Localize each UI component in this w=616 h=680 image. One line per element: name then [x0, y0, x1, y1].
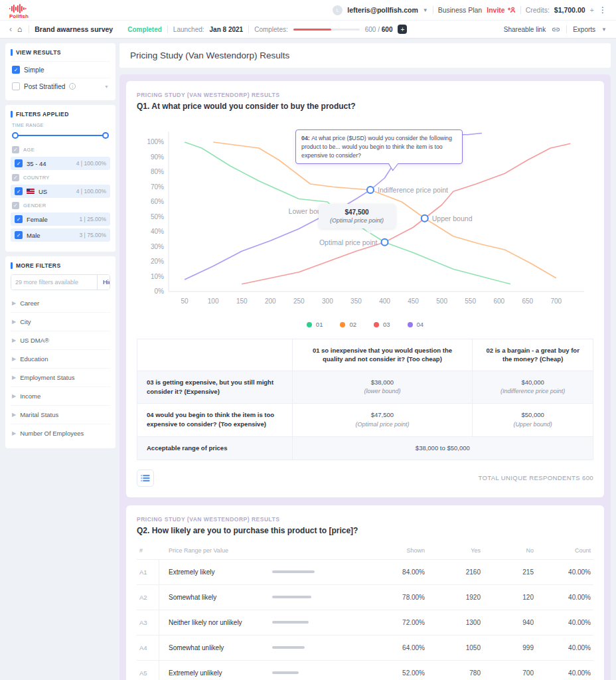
- q1-span-value: $38,000 to $50,000: [292, 436, 593, 460]
- chevron-right-icon: ▶: [12, 412, 16, 418]
- pollfish-logo[interactable]: Pollfish: [9, 1, 32, 19]
- y-tick-label: 30%: [151, 243, 164, 250]
- app-root: Pollfish L lefteris@pollfish.com ▼ Busin…: [0, 0, 616, 680]
- q2-table-row[interactable]: A4Somewhat unlikely64.00%105099940.00%: [137, 636, 593, 661]
- filter-row[interactable]: ✓US4 | 100.00%: [11, 185, 110, 198]
- more-filter-item[interactable]: ▶Number Of Employees: [11, 424, 110, 442]
- more-filter-item[interactable]: ▶Employment Status: [11, 369, 110, 387]
- account-chevron-down-icon[interactable]: ▼: [423, 7, 428, 13]
- chevron-down-icon[interactable]: ▼: [104, 84, 109, 89]
- q2-row-id: A2: [137, 585, 159, 610]
- x-tick-label: 100: [208, 298, 219, 305]
- more-filters-header: MORE FILTERS: [11, 262, 110, 269]
- q2-table-row[interactable]: A1Extremely likely84.00%216021540.00%: [137, 560, 593, 585]
- legend-label: 01: [316, 321, 323, 328]
- q2-row-label: Neither likely nor unlikely: [159, 619, 272, 626]
- x-tick-label: 450: [408, 298, 419, 305]
- q2-count: 40.00%: [536, 669, 593, 677]
- y-tick-label: 20%: [151, 258, 164, 265]
- slider-handle-left[interactable]: [12, 132, 19, 139]
- marker-optimal-price-point: [382, 239, 388, 246]
- filters-applied-card: FILTERS APPLIED TIME RANGE ✓AGE✓35 - 444…: [5, 105, 116, 252]
- account-email[interactable]: lefteris@pollfish.com: [347, 6, 418, 14]
- shareable-link-button[interactable]: Shareable link: [504, 26, 546, 33]
- q2-no: 215: [483, 568, 536, 576]
- avatar[interactable]: L: [333, 5, 343, 15]
- x-tick-label: 650: [522, 298, 533, 305]
- q2-table-row[interactable]: A3Neither likely nor unlikely72.00%13009…: [137, 610, 593, 636]
- filter-row[interactable]: ✓Female1 | 25.00%: [11, 212, 110, 226]
- chevron-right-icon: ▶: [12, 393, 16, 399]
- info-icon: i: [69, 83, 76, 90]
- filter-group-label: COUNTRY: [23, 175, 50, 181]
- q2-count: 40.00%: [536, 594, 593, 601]
- filter-row[interactable]: ✓35 - 444 | 100.00%: [11, 157, 110, 170]
- filter-group-header: ✓COUNTRY: [12, 174, 109, 181]
- chevron-right-icon: ▶: [12, 356, 16, 362]
- kebab-menu-icon[interactable]: ⋮: [599, 5, 607, 15]
- q1-cell-value: $38,000(lower bound): [292, 371, 473, 404]
- van-westendorp-chart: 0%10%20%30%40%50%60%70%80%90%100%5010015…: [137, 120, 593, 314]
- checkbox-icon[interactable]: ✓: [12, 174, 19, 181]
- checkbox-icon[interactable]: ✓: [12, 66, 20, 74]
- x-tick-label: 200: [265, 298, 276, 305]
- back-chevron-icon[interactable]: ‹: [9, 25, 12, 34]
- checkbox-icon[interactable]: ✓: [12, 202, 19, 209]
- q2-table: #Price Range per ValueShownYesNoCountA1E…: [137, 543, 593, 680]
- link-icon[interactable]: [552, 27, 560, 33]
- add-credits-button[interactable]: +: [590, 6, 594, 14]
- y-tick-label: 100%: [147, 138, 164, 145]
- filter-row-label: Female: [27, 216, 48, 223]
- chevron-right-icon: ▶: [12, 319, 16, 325]
- view-results-option-label: Simple: [24, 66, 44, 74]
- more-filter-item[interactable]: ▶Education: [11, 350, 110, 369]
- legend-label: 03: [383, 321, 390, 328]
- more-filter-item[interactable]: ▶Marital Status: [11, 406, 110, 424]
- more-filter-item[interactable]: ▶Income: [11, 387, 110, 406]
- exports-button[interactable]: Exports: [573, 26, 595, 33]
- slider-handle-right[interactable]: [102, 132, 109, 139]
- add-completes-button[interactable]: +: [398, 25, 407, 34]
- y-tick-label: 80%: [151, 168, 164, 175]
- q2-row-label: Extremely likely: [159, 568, 272, 576]
- more-filters-input[interactable]: [11, 275, 97, 290]
- survey-bar-left: ‹ ⌂ Brand awarness survey Completed Laun…: [9, 25, 407, 34]
- more-filter-item[interactable]: ▶US DMA®: [11, 331, 110, 350]
- hide-filters-button[interactable]: Hide: [97, 275, 110, 290]
- chart-legend: 01020304: [137, 321, 593, 328]
- y-tick-label: 70%: [151, 183, 164, 191]
- view-results-option[interactable]: Post Stratifiedi▼: [11, 78, 110, 94]
- more-filter-label: US DMA®: [20, 337, 49, 344]
- x-tick-label: 300: [322, 298, 333, 305]
- q1-row-label: Acceptable range of prices: [137, 436, 293, 460]
- time-range-slider[interactable]: [13, 131, 108, 139]
- q2-yes: 780: [427, 669, 483, 677]
- x-tick-label: 50: [181, 298, 189, 305]
- view-results-option[interactable]: ✓Simple: [11, 61, 110, 78]
- credits-value: $1,700.00: [554, 6, 585, 14]
- filter-group: ✓AGE✓35 - 444 | 100.00%: [11, 146, 110, 170]
- more-filters-search: Hide: [11, 274, 110, 290]
- checkbox-icon[interactable]: ✓: [15, 231, 23, 239]
- q2-table-row[interactable]: A2Somewhat likely78.00%192012040.00%: [137, 585, 593, 610]
- more-filter-item[interactable]: ▶Career: [11, 294, 110, 313]
- checkbox-icon[interactable]: ✓: [15, 187, 23, 195]
- filter-groups: ✓AGE✓35 - 444 | 100.00%✓COUNTRY✓US4 | 10…: [11, 146, 110, 242]
- filter-row[interactable]: ✓Male3 | 75.00%: [11, 228, 110, 242]
- home-icon[interactable]: ⌂: [17, 25, 22, 34]
- question-tooltip: 04: At what price ($USD) would you consi…: [295, 129, 463, 164]
- checkbox-icon[interactable]: ✓: [15, 159, 23, 167]
- q2-table-row[interactable]: A5Extremely unlikely52.00%78070040.00%: [137, 661, 593, 680]
- invite-button[interactable]: Invite: [487, 6, 515, 14]
- more-filter-label: Career: [20, 299, 39, 307]
- exports-chevron-down-icon[interactable]: ▼: [601, 27, 607, 33]
- more-filter-item[interactable]: ▶City: [11, 313, 110, 331]
- q2-shown: 84.00%: [372, 568, 427, 576]
- list-view-button[interactable]: [137, 469, 154, 487]
- checkbox-icon[interactable]: [12, 82, 20, 90]
- view-results-card: VIEW RESULTS ✓SimplePost Stratifiedi▼: [5, 43, 116, 100]
- filter-group-label: GENDER: [23, 203, 46, 209]
- checkbox-icon[interactable]: ✓: [15, 215, 23, 223]
- q1-card: PRICING STUDY (VAN WESTENDORP) RESULTS Q…: [126, 81, 604, 497]
- checkbox-icon[interactable]: ✓: [12, 146, 19, 153]
